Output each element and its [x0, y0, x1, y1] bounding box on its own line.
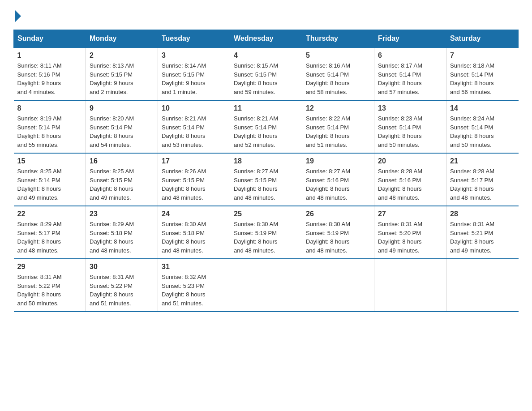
day-number: 3 [162, 51, 226, 60]
day-number: 21 [450, 157, 515, 165]
day-number: 5 [306, 51, 370, 60]
calendar-table: SundayMondayTuesdayWednesdayThursdayFrid… [13, 30, 519, 312]
day-number: 1 [17, 51, 82, 60]
calendar-week-row: 8Sunrise: 8:19 AMSunset: 5:14 PMDaylight… [14, 100, 519, 153]
day-info: Sunrise: 8:24 AMSunset: 5:14 PMDaylight:… [450, 114, 515, 149]
day-info: Sunrise: 8:28 AMSunset: 5:17 PMDaylight:… [450, 167, 515, 202]
page-header [13, 9, 519, 21]
calendar-week-row: 15Sunrise: 8:25 AMSunset: 5:14 PMDayligh… [14, 153, 519, 206]
day-info: Sunrise: 8:14 AMSunset: 5:15 PMDaylight:… [162, 61, 226, 96]
day-info: Sunrise: 8:27 AMSunset: 5:15 PMDaylight:… [234, 167, 298, 202]
calendar-day-cell: 27Sunrise: 8:31 AMSunset: 5:20 PMDayligh… [374, 206, 446, 259]
calendar-day-cell: 10Sunrise: 8:21 AMSunset: 5:14 PMDayligh… [158, 100, 230, 153]
calendar-day-cell: 13Sunrise: 8:23 AMSunset: 5:14 PMDayligh… [374, 100, 446, 153]
day-info: Sunrise: 8:31 AMSunset: 5:22 PMDaylight:… [17, 273, 82, 308]
calendar-day-cell: 3Sunrise: 8:14 AMSunset: 5:15 PMDaylight… [158, 47, 230, 100]
day-info: Sunrise: 8:27 AMSunset: 5:16 PMDaylight:… [306, 167, 370, 202]
day-info: Sunrise: 8:28 AMSunset: 5:16 PMDaylight:… [378, 167, 442, 202]
day-number: 14 [450, 104, 515, 112]
day-of-week-header: Saturday [446, 30, 519, 48]
day-number: 25 [234, 210, 298, 218]
day-number: 26 [306, 210, 370, 218]
day-number: 10 [162, 104, 226, 112]
calendar-week-row: 22Sunrise: 8:29 AMSunset: 5:17 PMDayligh… [14, 206, 519, 259]
day-number: 4 [234, 51, 298, 60]
day-number: 20 [378, 157, 442, 165]
calendar-day-cell: 30Sunrise: 8:31 AMSunset: 5:22 PMDayligh… [86, 259, 158, 312]
calendar-day-cell: 18Sunrise: 8:27 AMSunset: 5:15 PMDayligh… [230, 153, 302, 206]
day-number: 13 [378, 104, 442, 112]
day-number: 16 [90, 157, 154, 165]
day-info: Sunrise: 8:29 AMSunset: 5:17 PMDaylight:… [17, 220, 82, 255]
day-info: Sunrise: 8:26 AMSunset: 5:15 PMDaylight:… [162, 167, 226, 202]
calendar-day-cell [230, 259, 302, 312]
calendar-day-cell [302, 259, 374, 312]
calendar-day-cell: 25Sunrise: 8:30 AMSunset: 5:19 PMDayligh… [230, 206, 302, 259]
day-number: 30 [90, 263, 154, 271]
day-of-week-header: Friday [374, 30, 446, 48]
calendar-day-cell: 20Sunrise: 8:28 AMSunset: 5:16 PMDayligh… [374, 153, 446, 206]
calendar-day-cell: 22Sunrise: 8:29 AMSunset: 5:17 PMDayligh… [14, 206, 86, 259]
day-info: Sunrise: 8:13 AMSunset: 5:15 PMDaylight:… [90, 61, 154, 96]
day-info: Sunrise: 8:32 AMSunset: 5:23 PMDaylight:… [162, 273, 226, 308]
day-info: Sunrise: 8:18 AMSunset: 5:14 PMDaylight:… [450, 61, 515, 96]
day-info: Sunrise: 8:22 AMSunset: 5:14 PMDaylight:… [306, 114, 370, 149]
day-number: 17 [162, 157, 226, 165]
day-info: Sunrise: 8:20 AMSunset: 5:14 PMDaylight:… [90, 114, 154, 149]
calendar-day-cell: 9Sunrise: 8:20 AMSunset: 5:14 PMDaylight… [86, 100, 158, 153]
day-info: Sunrise: 8:31 AMSunset: 5:22 PMDaylight:… [90, 273, 154, 308]
day-info: Sunrise: 8:21 AMSunset: 5:14 PMDaylight:… [162, 114, 226, 149]
day-number: 9 [90, 104, 154, 112]
day-info: Sunrise: 8:16 AMSunset: 5:14 PMDaylight:… [306, 61, 370, 96]
day-number: 29 [17, 263, 82, 271]
day-number: 19 [306, 157, 370, 165]
day-info: Sunrise: 8:30 AMSunset: 5:19 PMDaylight:… [306, 220, 370, 255]
day-info: Sunrise: 8:21 AMSunset: 5:14 PMDaylight:… [234, 114, 298, 149]
day-number: 8 [17, 104, 82, 112]
day-of-week-header: Tuesday [158, 30, 230, 48]
calendar-day-cell: 4Sunrise: 8:15 AMSunset: 5:15 PMDaylight… [230, 47, 302, 100]
day-info: Sunrise: 8:31 AMSunset: 5:21 PMDaylight:… [450, 220, 515, 255]
calendar-week-row: 1Sunrise: 8:11 AMSunset: 5:16 PMDaylight… [14, 47, 519, 100]
day-number: 6 [378, 51, 442, 60]
calendar-day-cell: 17Sunrise: 8:26 AMSunset: 5:15 PMDayligh… [158, 153, 230, 206]
day-info: Sunrise: 8:30 AMSunset: 5:19 PMDaylight:… [234, 220, 298, 255]
day-number: 15 [17, 157, 82, 165]
calendar-day-cell: 12Sunrise: 8:22 AMSunset: 5:14 PMDayligh… [302, 100, 374, 153]
calendar-day-cell: 29Sunrise: 8:31 AMSunset: 5:22 PMDayligh… [14, 259, 86, 312]
day-of-week-header: Monday [86, 30, 158, 48]
day-info: Sunrise: 8:30 AMSunset: 5:18 PMDaylight:… [162, 220, 226, 255]
day-info: Sunrise: 8:15 AMSunset: 5:15 PMDaylight:… [234, 61, 298, 96]
day-info: Sunrise: 8:23 AMSunset: 5:14 PMDaylight:… [378, 114, 442, 149]
calendar-day-cell: 11Sunrise: 8:21 AMSunset: 5:14 PMDayligh… [230, 100, 302, 153]
calendar-day-cell: 2Sunrise: 8:13 AMSunset: 5:15 PMDaylight… [86, 47, 158, 100]
day-info: Sunrise: 8:17 AMSunset: 5:14 PMDaylight:… [378, 61, 442, 96]
day-number: 11 [234, 104, 298, 112]
calendar-header-row: SundayMondayTuesdayWednesdayThursdayFrid… [14, 30, 519, 48]
calendar-day-cell [446, 259, 519, 312]
calendar-day-cell: 8Sunrise: 8:19 AMSunset: 5:14 PMDaylight… [14, 100, 86, 153]
calendar-day-cell: 16Sunrise: 8:25 AMSunset: 5:15 PMDayligh… [86, 153, 158, 206]
day-number: 12 [306, 104, 370, 112]
day-number: 24 [162, 210, 226, 218]
logo [13, 9, 21, 21]
day-info: Sunrise: 8:19 AMSunset: 5:14 PMDaylight:… [17, 114, 82, 149]
day-number: 2 [90, 51, 154, 60]
day-info: Sunrise: 8:31 AMSunset: 5:20 PMDaylight:… [378, 220, 442, 255]
calendar-day-cell: 14Sunrise: 8:24 AMSunset: 5:14 PMDayligh… [446, 100, 519, 153]
day-of-week-header: Wednesday [230, 30, 302, 48]
logo-arrow-icon [15, 10, 21, 22]
day-number: 22 [17, 210, 82, 218]
calendar-day-cell: 31Sunrise: 8:32 AMSunset: 5:23 PMDayligh… [158, 259, 230, 312]
calendar-day-cell: 24Sunrise: 8:30 AMSunset: 5:18 PMDayligh… [158, 206, 230, 259]
calendar-day-cell: 26Sunrise: 8:30 AMSunset: 5:19 PMDayligh… [302, 206, 374, 259]
calendar-day-cell [374, 259, 446, 312]
day-info: Sunrise: 8:25 AMSunset: 5:14 PMDaylight:… [17, 167, 82, 202]
logo-text [13, 9, 21, 22]
calendar-day-cell: 19Sunrise: 8:27 AMSunset: 5:16 PMDayligh… [302, 153, 374, 206]
calendar-day-cell: 15Sunrise: 8:25 AMSunset: 5:14 PMDayligh… [14, 153, 86, 206]
calendar-day-cell: 5Sunrise: 8:16 AMSunset: 5:14 PMDaylight… [302, 47, 374, 100]
day-number: 18 [234, 157, 298, 165]
calendar-day-cell: 6Sunrise: 8:17 AMSunset: 5:14 PMDaylight… [374, 47, 446, 100]
calendar-week-row: 29Sunrise: 8:31 AMSunset: 5:22 PMDayligh… [14, 259, 519, 312]
